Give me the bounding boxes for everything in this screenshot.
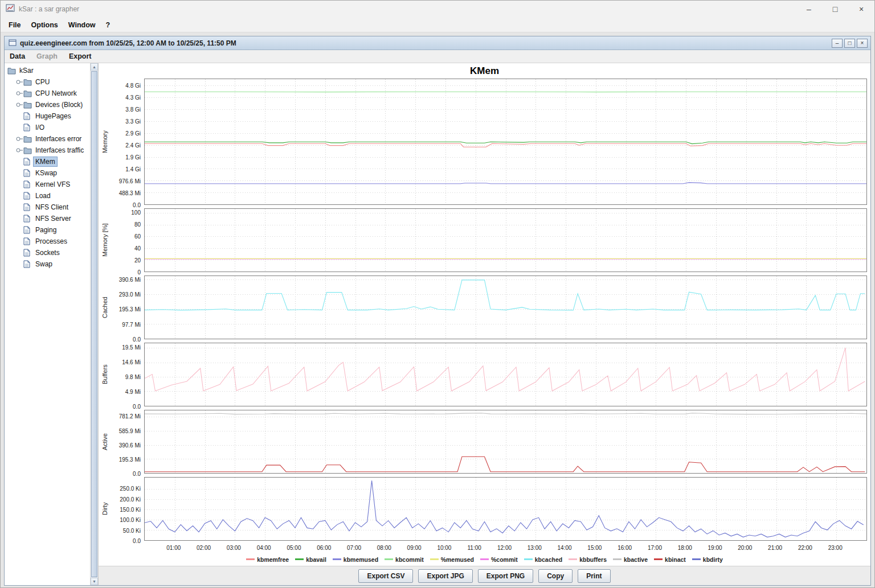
scrollbar-up-icon[interactable]: ▲ [91, 63, 98, 71]
tree-item-load[interactable]: Load [5, 190, 90, 202]
menu-options[interactable]: Options [26, 19, 63, 31]
tree-item-interfaces-traffic[interactable]: Interfaces traffic [5, 145, 90, 156]
y-tick: 50.0 Ki [123, 527, 141, 533]
plot-canvas-active [145, 410, 866, 473]
expand-toggle-icon[interactable] [15, 101, 23, 108]
chart-buffers: Buffers0.04.9 Mi9.8 Mi14.6 Mi19.5 Mi [100, 343, 870, 406]
chart-memory: Memory0.0488.3 Mi976.6 Mi1.4 Gi1.9 Gi2.4… [100, 79, 870, 205]
x-tick-label: 13:00 [528, 545, 542, 551]
y-tick: 1.4 Gi [125, 166, 141, 172]
folder-icon [23, 90, 34, 97]
tree-item-paging[interactable]: Paging [5, 224, 90, 236]
tree-item-processes[interactable]: Processes [5, 236, 90, 247]
file-icon [23, 192, 34, 200]
y-tick: 390.6 Mi [119, 442, 141, 448]
minimize-button[interactable]: – [796, 1, 822, 18]
scrollbar-thumb[interactable] [91, 71, 97, 577]
tree-item-label: HugePages [34, 112, 73, 121]
frame-minimize-button[interactable]: – [832, 39, 843, 48]
y-tick: 3.8 Gi [125, 106, 141, 112]
tree-item-label: CPU [34, 77, 51, 87]
folder-icon [23, 101, 34, 109]
export-csv-button[interactable]: Export CSV [358, 569, 413, 583]
y-tick: 4.8 Gi [125, 82, 141, 88]
folder-icon [23, 147, 34, 154]
legend-item-kbcommit: kbcommit [385, 556, 424, 563]
tree-item-label: Processes [34, 237, 69, 246]
tree-item-kmem[interactable]: KMem [5, 156, 90, 167]
tree-item-sockets[interactable]: Sockets [5, 247, 90, 258]
frame-menu-data[interactable]: Data [9, 51, 31, 61]
tree-item-label: CPU Network [34, 89, 79, 98]
chart-ylabel-memory: Memory [%] [100, 208, 110, 272]
x-tick-label: 22:00 [798, 545, 812, 551]
legend-label: %memused [441, 556, 474, 563]
chart-cached: Cached0.097.7 Mi195.3 Mi293.0 Mi390.6 Mi [100, 276, 870, 339]
tree-item-swap[interactable]: Swap [5, 258, 90, 270]
menu-help[interactable]: ? [101, 19, 116, 31]
x-tick-label: 11:00 [468, 545, 481, 551]
expand-toggle-icon[interactable] [15, 79, 23, 85]
x-tick-label: 05:00 [287, 545, 301, 551]
file-icon [23, 112, 34, 120]
export-png-button[interactable]: Export PNG [478, 569, 533, 583]
x-tick-label: 02:00 [197, 545, 211, 551]
tree-item-nfs-server[interactable]: NFS Server [5, 213, 90, 224]
export-button-bar: Export CSVExport JPGExport PNGCopyPrint [99, 566, 870, 585]
copy-button[interactable]: Copy [538, 569, 573, 583]
maximize-button[interactable]: □ [822, 1, 848, 18]
legend-swatch [430, 558, 439, 560]
tree-item-interfaces-error[interactable]: Interfaces error [5, 133, 90, 145]
close-button[interactable]: × [848, 1, 874, 18]
y-tick: 0.0 [133, 404, 141, 410]
tree-scrollbar[interactable]: ▲ ▼ [90, 63, 98, 585]
tree-item-label: NFS Server [34, 214, 73, 223]
tree-item-devices-block[interactable]: Devices (Block) [5, 99, 90, 110]
menu-window[interactable]: Window [63, 19, 101, 31]
file-icon [23, 124, 34, 131]
tree-item-cpu[interactable]: CPU [5, 76, 90, 88]
legend-label: kbdirty [703, 556, 723, 563]
tree-item-kswap[interactable]: KSwap [5, 167, 90, 179]
frame-close-button[interactable]: × [857, 39, 868, 48]
x-tick-label: 06:00 [317, 545, 331, 551]
print-button[interactable]: Print [578, 569, 610, 583]
y-tick: 4.9 Mi [125, 388, 141, 394]
menu-file[interactable]: File [3, 19, 26, 31]
scrollbar-down-icon[interactable]: ▼ [91, 578, 98, 585]
folder-icon [23, 79, 34, 86]
expand-toggle-icon[interactable] [15, 90, 23, 97]
frame-maximize-button[interactable]: □ [844, 39, 855, 48]
chart-ylabel-dirty: Dirty [100, 477, 110, 541]
y-tick: 60 [134, 233, 141, 240]
tree-item-label: Paging [34, 225, 58, 235]
expand-toggle-icon[interactable] [15, 147, 23, 154]
tree-item-hugepages[interactable]: HugePages [5, 110, 90, 122]
legend-item-kbmemused: kbmemused [333, 556, 378, 563]
tree-item-kernel-vfs[interactable]: Kernel VFS [5, 179, 90, 190]
x-axis-labels: 01:0002:0003:0004:0005:0006:0007:0008:00… [144, 545, 865, 554]
file-icon [23, 203, 34, 211]
chart-ylabel-active: Active [100, 410, 110, 474]
legend-item-kbactive: kbactive [613, 556, 648, 563]
tree-item-nfs-client[interactable]: NFS Client [5, 202, 90, 213]
tree-item-label: Sockets [34, 248, 62, 257]
tree-item-cpu-network[interactable]: CPU Network [5, 88, 90, 99]
series-kbmemused [145, 183, 866, 184]
chart-active: Active0.0195.3 Mi390.6 Mi585.9 Mi781.2 M… [100, 410, 870, 474]
y-tick: 293.0 Mi [119, 291, 141, 297]
export-jpg-button[interactable]: Export JPG [418, 569, 472, 583]
legend-swatch [333, 558, 341, 560]
legend-swatch [385, 558, 393, 560]
window-titlebar: kSar : a sar grapher –□× [1, 1, 874, 18]
x-tick-label: 23:00 [828, 545, 843, 551]
y-tick: 0.0 [133, 336, 141, 343]
tree-item-i-o[interactable]: I/O [5, 122, 90, 133]
frame-menu-export[interactable]: Export [68, 51, 97, 61]
y-tick: 19.5 Mi [122, 344, 141, 351]
frame-titlebar[interactable]: quiz.eeengineer.com from 10/25/25, 12:00… [5, 36, 870, 50]
file-icon [23, 158, 34, 166]
x-tick-label: 09:00 [407, 545, 422, 551]
expand-toggle-icon[interactable] [15, 135, 23, 142]
tree-root[interactable]: kSar [5, 65, 90, 76]
